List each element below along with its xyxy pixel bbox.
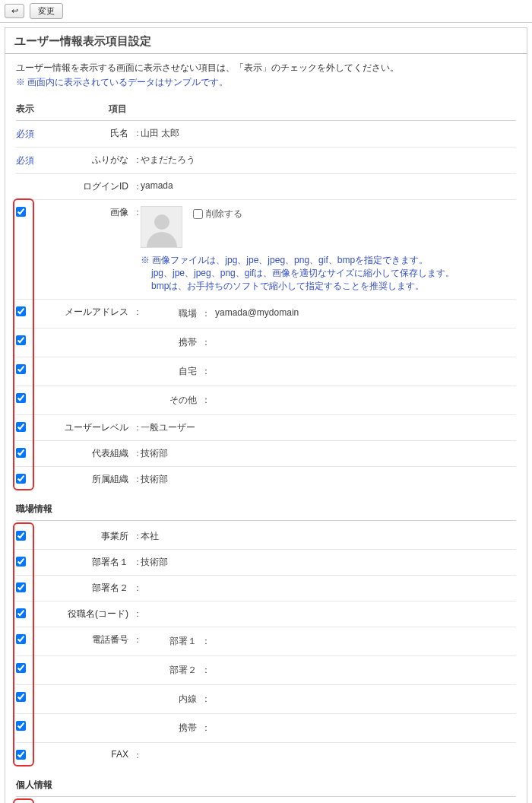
- required-badge: 必須: [16, 127, 42, 141]
- image-note3: bmpは、お手持ちのソフトで縮小して指定することを推奨します。: [141, 280, 516, 293]
- sublabel-email-mobile: 携帯: [141, 336, 201, 349]
- row-email-work: メールアドレス ： 職場：yamada@mydomain: [16, 300, 516, 328]
- row-wphone-d1: 電話番号： 部署１：: [16, 627, 516, 656]
- checkbox-fax[interactable]: [16, 750, 26, 760]
- row-level: ユーザーレベル ： 一般ユーザー: [16, 415, 516, 441]
- sample-note: ※ 画面内に表示されているデータはサンプルです。: [16, 76, 516, 89]
- sublabel-wphone-d2: 部署２: [141, 664, 201, 677]
- checkbox-email-work[interactable]: [16, 306, 26, 316]
- label-delete: 削除する: [206, 208, 242, 221]
- avatar-placeholder: [141, 206, 182, 248]
- row-login: ログインID ： yamada: [16, 174, 516, 200]
- value-level: 一般ユーザー: [141, 421, 516, 434]
- row-name: 必須 氏名 ： 山田 太郎: [16, 121, 516, 148]
- checkbox-reporg[interactable]: [16, 448, 26, 458]
- checkbox-image[interactable]: [16, 207, 26, 217]
- required-badge: 必須: [16, 154, 42, 167]
- label-reporg: 代表組織: [42, 447, 133, 460]
- checkbox-pos[interactable]: [16, 608, 26, 618]
- checkbox-div1[interactable]: [16, 557, 26, 567]
- value-org: 技術部: [141, 473, 516, 486]
- row-gender: 性別：: [16, 800, 516, 803]
- change-button-top[interactable]: 変更: [30, 3, 63, 19]
- value-reporg: 技術部: [141, 447, 516, 460]
- row-fax: FAX：: [16, 743, 516, 768]
- row-office: 事業所： 本社: [16, 524, 516, 550]
- sublabel-email-other: その他: [141, 394, 201, 407]
- row-org: 所属組織 ： 技術部: [16, 467, 516, 492]
- value-furigana: やまだたろう: [141, 154, 516, 167]
- checkbox-delete-image[interactable]: [193, 209, 203, 219]
- row-email-other: その他：: [16, 386, 516, 415]
- checkbox-div2[interactable]: [16, 582, 26, 592]
- row-div1: 部署名１： 技術部: [16, 550, 516, 576]
- sublabel-wphone-ext: 内線: [141, 693, 201, 706]
- label-org: 所属組織: [42, 473, 133, 486]
- checkbox-email-other[interactable]: [16, 393, 26, 403]
- label-fax: FAX: [42, 749, 133, 760]
- checkbox-email-mobile[interactable]: [16, 335, 26, 345]
- row-pos: 役職名(コード)：: [16, 601, 516, 627]
- label-pos: 役職名(コード): [42, 608, 133, 620]
- sublabel-email-home: 自宅: [141, 365, 201, 378]
- row-email-mobile: 携帯：: [16, 328, 516, 357]
- settings-panel: ユーザー情報表示項目設定 ユーザー情報を表示する画面に表示させない項目は、「表示…: [5, 27, 527, 803]
- label-wphone: 電話番号: [42, 633, 133, 646]
- checkbox-level[interactable]: [16, 422, 26, 432]
- value-login: yamada: [141, 180, 516, 191]
- row-reporg: 代表組織 ： 技術部: [16, 441, 516, 467]
- image-note1: ※ 画像ファイルは、jpg、jpe、jpeg、png、gif、bmpを指定できま…: [141, 254, 516, 267]
- instruction-text: ユーザー情報を表示する画面に表示させない項目は、「表示」のチェックを外してくださ…: [16, 62, 516, 75]
- value-office: 本社: [141, 530, 516, 543]
- label-div1: 部署名１: [42, 556, 133, 569]
- sublabel-wphone-mob: 携帯: [141, 722, 201, 735]
- row-div2: 部署名２：: [16, 576, 516, 601]
- checkbox-wphone-d1[interactable]: [16, 634, 26, 644]
- section-work-title: 職場情報: [16, 503, 516, 521]
- column-header-row: 表示 項目: [16, 98, 516, 121]
- value-div1: 技術部: [141, 556, 516, 569]
- value-name: 山田 太郎: [141, 127, 516, 140]
- label-div2: 部署名２: [42, 582, 133, 595]
- checkbox-wphone-ext[interactable]: [16, 692, 26, 702]
- row-image: 画像 ： 削除する ※ 画像ファイルは、jpg、jpe、jpeg、png、gif…: [16, 200, 516, 300]
- label-login: ログインID: [42, 180, 133, 193]
- label-image: 画像: [42, 206, 133, 219]
- row-email-home: 自宅：: [16, 357, 516, 386]
- checkbox-org[interactable]: [16, 474, 26, 484]
- label-email: メールアドレス: [42, 306, 133, 319]
- sublabel-email-work: 職場: [141, 307, 201, 320]
- label-furigana: ふりがな: [42, 154, 133, 167]
- section-personal-title: 個人情報: [16, 779, 516, 797]
- row-wphone-mob: 携帯：: [16, 714, 516, 743]
- image-note2: jpg、jpe、jpeg、png、gifは、画像を適切なサイズに縮小して保存しま…: [141, 267, 516, 280]
- label-name: 氏名: [42, 127, 133, 140]
- label-level: ユーザーレベル: [42, 421, 133, 434]
- row-furigana: 必須 ふりがな ： やまだたろう: [16, 148, 516, 174]
- panel-title: ユーザー情報表示項目設定: [5, 28, 527, 54]
- checkbox-email-home[interactable]: [16, 364, 26, 374]
- checkbox-office[interactable]: [16, 531, 26, 541]
- top-toolbar: ↩ 変更: [0, 0, 532, 23]
- row-wphone-d2: 部署２：: [16, 656, 516, 685]
- checkbox-wphone-mob[interactable]: [16, 721, 26, 731]
- header-display: 表示: [16, 103, 42, 116]
- header-item: 項目: [42, 103, 133, 116]
- back-button[interactable]: ↩: [5, 4, 24, 18]
- row-wphone-ext: 内線：: [16, 685, 516, 714]
- sublabel-wphone-d1: 部署１: [141, 635, 201, 648]
- value-email-work: yamada@mydomain: [211, 307, 299, 320]
- checkbox-wphone-d2[interactable]: [16, 663, 26, 673]
- label-office: 事業所: [42, 530, 133, 543]
